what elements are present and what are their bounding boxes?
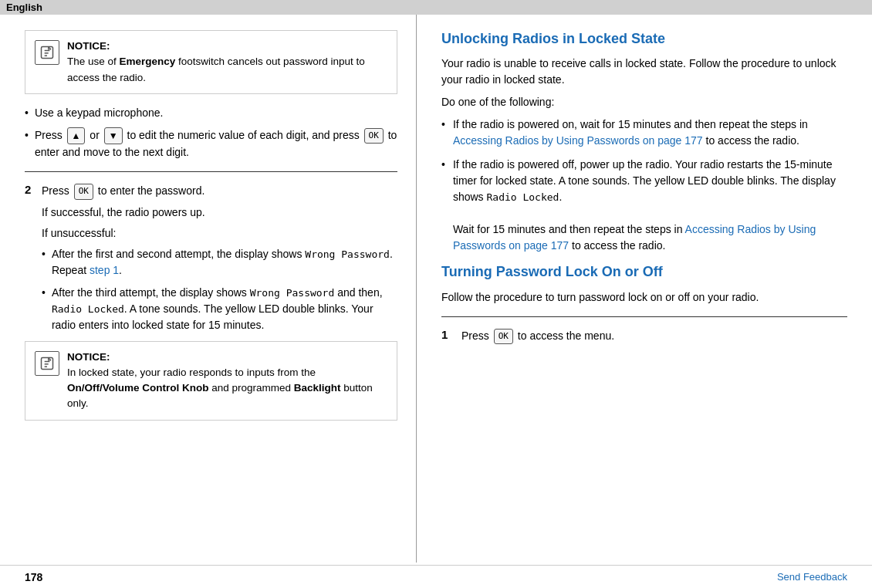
step-2-if-unsuccessful: If unsuccessful: [42,225,397,242]
accessing-radios-link-1[interactable]: Accessing Radios by Using Passwords on p… [453,134,703,147]
step1-link[interactable]: step 1 [90,264,119,276]
step-2-inline: 2 Press OK to enter the password. [25,183,397,200]
step-2-number: 2 [25,183,39,196]
ok-btn-step1-right: OK [494,329,513,345]
notice-text-2: NOTICE: In locked state, your radio resp… [67,350,387,412]
notice-body-1: The use of Emergency footswitch cancels … [67,56,365,83]
section-1-bullet-1-text: If the radio is powered on, wait for 15 … [453,117,847,149]
code-wrong-password: Wrong Password [305,248,390,260]
sub-bullet-1: After the first and second attempt, the … [42,246,397,279]
section-1-bullet-2-text: If the radio is powered off, power up th… [453,157,847,254]
sub-bullet-1-text: After the first and second attempt, the … [52,246,397,279]
code-radio-locked-2: Radio Locked [486,191,559,203]
svg-rect-4 [42,357,53,369]
page-number: 178 [25,571,42,583]
main-content: NOTICE: The use of Emergency footswitch … [0,15,872,563]
up-arrow-btn: ▲ [67,127,86,144]
notice-box-2: NOTICE: In locked state, your radio resp… [25,341,397,421]
notice-body-2: In locked state, your radio responds to … [67,367,373,410]
section-1-para2: Do one of the following: [441,94,847,110]
footer: 178 Send Feedback [0,565,872,588]
notice-icon-1 [35,40,59,65]
section-1-bullet-1: If the radio is powered on, wait for 15 … [441,117,847,149]
step-2-text: Press OK to enter the password. [42,183,204,200]
step-2-if-success: If successful, the radio powers up. [42,204,397,221]
code-radio-locked: Radio Locked [52,303,124,315]
send-feedback-link[interactable]: Send Feedback [777,571,847,583]
step-1-right-number: 1 [441,328,455,341]
svg-rect-0 [42,47,53,59]
section-1-bullet-2: If the radio is powered off, power up th… [441,157,847,254]
section-1-title: Unlocking Radios in Locked State [441,30,847,48]
left-column: NOTICE: The use of Emergency footswitch … [0,15,417,563]
step-1-right-text: Press OK to access the menu. [461,328,614,345]
section-1-bullets: If the radio is powered on, wait for 15 … [441,117,847,254]
bullet-item-1-text: Use a keypad microphone. [35,105,164,121]
section-2-title: Turning Password Lock On or Off [441,263,847,281]
language-bar: English [0,0,872,15]
accessing-radios-link-2[interactable]: Accessing Radios by Using Passwords on p… [453,223,816,252]
notice-icon-2 [35,351,59,376]
divider-1 [25,171,397,172]
bullet-item-2: Press ▲ or ▼ to edit the numeric value o… [25,127,397,161]
section-1-para1: Your radio is unable to receive calls in… [441,56,847,88]
step-1-right-block: 1 Press OK to access the menu. [441,328,847,345]
notice-box-1: NOTICE: The use of Emergency footswitch … [25,30,397,94]
section-2-para1: Follow the procedure to turn password lo… [441,289,847,306]
ok-btn-step2: OK [74,184,93,200]
language-label: English [6,2,42,13]
left-bullet-list: Use a keypad microphone. Press ▲ or ▼ to… [25,105,397,161]
bullet-item-1: Use a keypad microphone. [25,105,397,121]
ok-btn-inline: OK [364,128,384,144]
sub-bullet-2: After the third attempt, the display sho… [42,285,397,333]
notice-title-1: NOTICE: [67,40,110,52]
bullet-item-2-text: Press ▲ or ▼ to edit the numeric value o… [35,127,397,161]
step-2-block: 2 Press OK to enter the password. If suc… [25,183,397,333]
step-2-sub-bullets: After the first and second attempt, the … [42,246,397,333]
down-arrow-btn: ▼ [104,127,123,144]
right-column: Unlocking Radios in Locked State Your ra… [417,15,872,563]
sub-bullet-2-text: After the third attempt, the display sho… [52,285,397,333]
notice-title-2: NOTICE: [67,351,110,363]
divider-right [441,316,847,317]
notice-text-1: NOTICE: The use of Emergency footswitch … [67,39,387,86]
code-wrong-password-2: Wrong Password [250,287,335,299]
